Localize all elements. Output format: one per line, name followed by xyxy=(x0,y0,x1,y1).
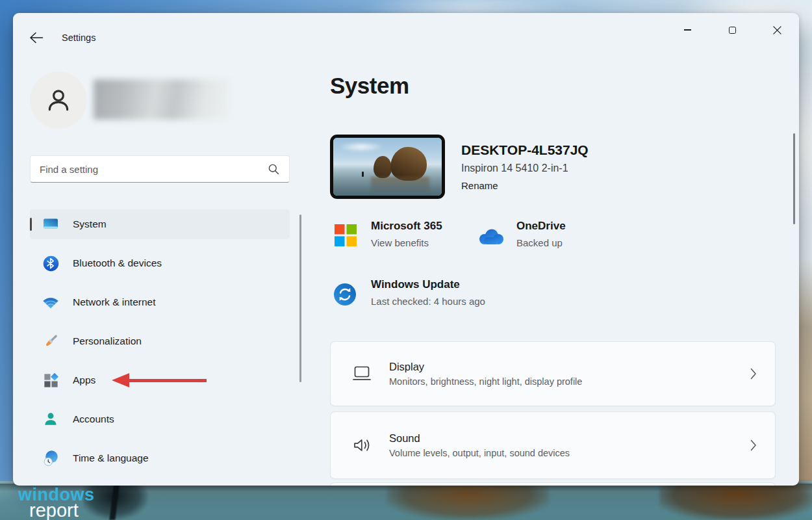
personalization-brush-icon xyxy=(42,332,60,350)
close-icon xyxy=(773,26,781,34)
quick-link-subtitle: Last checked: 4 hours ago xyxy=(371,296,485,307)
sidebar-item-label: Accounts xyxy=(73,413,114,425)
thumbnail-rock xyxy=(374,156,392,178)
card-partial-next[interactable] xyxy=(330,482,776,486)
device-info-row: DESKTOP-4L537JQ Inspiron 14 5410 2-in-1 … xyxy=(330,135,589,199)
sidebar-item-label: Apps xyxy=(73,374,95,386)
chevron-right-icon xyxy=(750,439,757,451)
maximize-icon xyxy=(729,27,736,34)
settings-cards: Display Monitors, brightness, night ligh… xyxy=(330,341,776,486)
sidebar-item-personalization[interactable]: Personalization xyxy=(30,326,290,356)
device-model: Inspiron 14 5410 2-in-1 xyxy=(461,162,589,174)
sidebar-item-label: System xyxy=(73,218,107,230)
card-subtitle: Monitors, brightness, night light, displ… xyxy=(389,376,582,387)
maximize-button[interactable] xyxy=(717,20,747,40)
sidebar-item-time-language[interactable]: Time & language xyxy=(30,443,290,473)
annotation-arrow-apps xyxy=(112,373,207,387)
sidebar-item-bluetooth-devices[interactable]: Bluetooth & devices xyxy=(30,248,290,278)
close-button[interactable] xyxy=(762,20,792,40)
rename-button[interactable]: Rename xyxy=(461,180,589,191)
quick-link-subtitle: View benefits xyxy=(371,237,442,248)
card-title: Display xyxy=(389,361,582,373)
sidebar-item-accounts[interactable]: Accounts xyxy=(30,404,290,434)
sidebar-scrollbar[interactable] xyxy=(299,214,301,382)
onedrive-icon xyxy=(476,228,505,246)
arrow-head xyxy=(112,373,129,387)
quick-link-title: Windows Update xyxy=(371,278,485,291)
window-title: Settings xyxy=(62,32,95,43)
time-language-icon xyxy=(42,449,60,467)
avatar[interactable] xyxy=(30,72,87,129)
chevron-right-icon xyxy=(750,368,757,380)
quick-link-windows-update[interactable]: Windows Update Last checked: 4 hours ago xyxy=(333,278,485,307)
card-sound[interactable]: Sound Volume levels, output, input, soun… xyxy=(330,411,776,479)
accounts-person-icon xyxy=(42,410,60,428)
sidebar-item-label: Bluetooth & devices xyxy=(73,257,162,269)
user-name-redacted xyxy=(94,79,229,120)
system-icon xyxy=(42,215,60,233)
sidebar-item-label: Time & language xyxy=(73,452,149,464)
titlebar: Settings xyxy=(29,32,95,44)
quick-link-onedrive[interactable]: OneDrive Backed up xyxy=(476,220,566,248)
sidebar-item-network-internet[interactable]: Network & internet xyxy=(30,287,290,317)
rock-reflection xyxy=(659,481,812,520)
thumbnail-rock xyxy=(390,147,427,181)
search-icon[interactable] xyxy=(268,163,280,176)
quick-link-title: Microsoft 365 xyxy=(371,220,442,233)
thumbnail-person xyxy=(362,172,364,177)
windows-report-watermark: windows report xyxy=(18,486,95,520)
rock-reflection xyxy=(387,481,549,520)
device-info: DESKTOP-4L537JQ Inspiron 14 5410 2-in-1 … xyxy=(461,135,589,199)
caption-buttons xyxy=(672,20,792,40)
beach-water-strip xyxy=(0,481,812,520)
card-subtitle: Volume levels, output, input, sound devi… xyxy=(389,448,570,458)
card-display[interactable]: Display Monitors, brightness, night ligh… xyxy=(330,341,776,406)
sidebar-item-label: Network & internet xyxy=(73,296,156,308)
bluetooth-icon xyxy=(42,254,60,272)
sound-speaker-icon xyxy=(350,436,374,454)
thumbnail-cloud xyxy=(338,142,384,152)
card-title: Sound xyxy=(389,432,570,445)
back-button[interactable] xyxy=(29,32,44,44)
quick-link-microsoft-365[interactable]: Microsoft 365 View benefits xyxy=(335,220,442,248)
search-input[interactable] xyxy=(31,164,268,175)
minimize-button[interactable] xyxy=(672,20,702,40)
page-title: System xyxy=(330,73,409,99)
microsoft-365-icon xyxy=(335,224,357,246)
quick-link-title: OneDrive xyxy=(516,220,566,233)
back-arrow-icon xyxy=(29,32,44,44)
sidebar-item-label: Personalization xyxy=(73,335,142,347)
settings-window: Settings xyxy=(13,13,799,486)
main-scrollbar[interactable] xyxy=(793,133,795,224)
display-icon xyxy=(350,365,374,382)
device-name: DESKTOP-4L537JQ xyxy=(461,142,589,158)
windows-update-icon xyxy=(333,283,357,306)
sidebar-nav: System Bluetooth & devices xyxy=(30,209,290,482)
thumbnail-reflection xyxy=(371,177,429,194)
network-wifi-icon xyxy=(42,293,60,311)
selection-indicator xyxy=(30,218,32,231)
quick-link-subtitle: Backed up xyxy=(516,237,566,248)
person-icon xyxy=(45,86,72,114)
apps-icon xyxy=(42,371,60,389)
beach-sand-edge xyxy=(798,260,812,484)
minimize-icon xyxy=(684,29,691,30)
search-box xyxy=(30,155,290,183)
sidebar-item-system[interactable]: System xyxy=(30,209,290,239)
arrow-shaft xyxy=(127,379,207,382)
device-thumbnail xyxy=(330,135,445,199)
